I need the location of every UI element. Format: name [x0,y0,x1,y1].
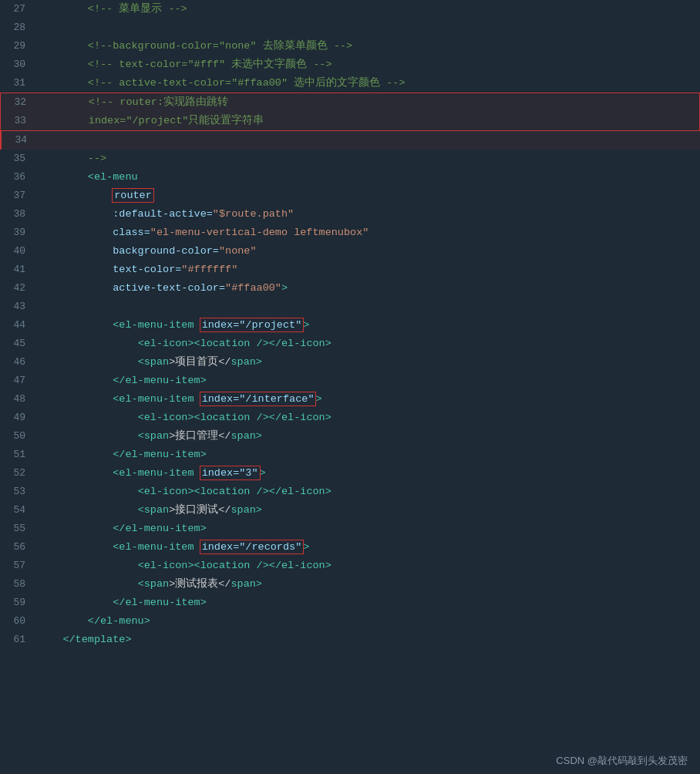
code-line: 50 <span>接口管理</span> [0,427,700,446]
line-number: 54 [0,502,35,519]
highlighted-token: router [113,189,153,202]
line-content: <el-icon><location /></el-icon> [35,335,700,352]
line-content [35,19,700,36]
line-content [36,132,700,149]
line-content: <!-- active-text-color="#ffaa00" 选中后的文字颜… [35,75,700,92]
line-number: 51 [0,446,35,463]
line-number: 61 [0,631,35,648]
code-line: 33 index="/project"只能设置字符串 [0,112,700,131]
line-number: 32 [1,94,35,111]
line-number: 42 [0,280,35,297]
line-number: 58 [0,576,35,593]
line-content: </el-menu-item> [35,372,700,389]
line-number: 57 [0,557,35,574]
line-content: :default-active="$route.path" [35,206,700,223]
code-line: 55 </el-menu-item> [0,520,700,538]
code-line: 59 </el-menu-item> [0,594,700,612]
line-content: </el-menu-item> [35,594,700,611]
line-content: active-text-color="#ffaa00"> [35,280,700,297]
line-content: <el-icon><location /></el-icon> [35,483,700,500]
code-line: 35 --> [0,150,700,168]
code-line: 51 </el-menu-item> [0,446,700,464]
line-number: 40 [0,243,35,260]
line-number: 34 [2,132,36,149]
line-number: 48 [0,391,35,408]
line-number: 56 [0,539,35,556]
line-content: </template> [35,631,700,648]
line-number: 60 [0,613,35,630]
code-line: 48 <el-menu-item index="/interface"> [0,390,700,409]
highlighted-token: index="/records" [200,540,304,554]
line-content: router [35,187,700,204]
highlighted-token: index="/interface" [200,392,316,406]
line-number: 36 [0,169,35,186]
line-number: 31 [0,75,35,92]
code-line: 29 <!--background-color="none" 去除菜单颜色 --… [0,37,700,56]
line-content: --> [35,150,700,167]
code-line: 54 <span>接口测试</span> [0,501,700,520]
code-line: 61 </template> [0,631,700,649]
line-number: 45 [0,335,35,352]
code-line: 42 active-text-color="#ffaa00"> [0,279,700,298]
line-number: 47 [0,372,35,389]
line-content: <!-- 菜单显示 --> [35,1,700,18]
code-line: 37 router [0,187,700,205]
line-number: 43 [0,298,35,315]
code-line: 27 <!-- 菜单显示 --> [0,0,700,19]
line-content: <el-menu-item index="/interface"> [35,391,700,408]
code-line: 58 <span>测试报表</span> [0,575,700,594]
line-number: 50 [0,428,35,445]
code-line: 45 <el-icon><location /></el-icon> [0,335,700,353]
line-number: 27 [0,1,35,18]
line-content: </el-menu-item> [35,520,700,537]
line-content: <el-icon><location /></el-icon> [35,557,700,574]
line-content: </el-menu> [35,613,700,630]
code-line: 34 [0,131,700,150]
line-content: <el-menu [35,169,700,186]
code-line: 60 </el-menu> [0,612,700,631]
highlighted-token: index="3" [200,466,260,480]
line-number: 49 [0,409,35,426]
line-content: class="el-menu-vertical-demo leftmenubox… [35,224,700,241]
line-number: 46 [0,354,35,371]
code-line: 40 background-color="none" [0,242,700,261]
code-line: 56 <el-menu-item index="/records"> [0,538,700,557]
line-number: 29 [0,38,35,55]
line-content: <el-menu-item index="3"> [35,465,700,482]
code-line: 30 <!-- text-color="#fff" 未选中文字颜色 --> [0,56,700,74]
line-number: 53 [0,483,35,500]
code-line: 38 :default-active="$route.path" [0,205,700,224]
code-line: 52 <el-menu-item index="3"> [0,464,700,483]
line-content: <span>接口管理</span> [35,428,700,445]
code-line: 43 [0,298,700,316]
code-line: 32 <!-- router:实现路由跳转 [0,93,700,112]
line-content: <!--background-color="none" 去除菜单颜色 --> [35,38,700,55]
code-line: 44 <el-menu-item index="/project"> [0,316,700,335]
line-content: <span>项目首页</span> [35,354,700,371]
line-content: text-color="#ffffff" [35,261,700,278]
line-content: <span>接口测试</span> [35,502,700,519]
line-content: <span>测试报表</span> [35,576,700,593]
code-line: 46 <span>项目首页</span> [0,353,700,372]
code-line: 53 <el-icon><location /></el-icon> [0,483,700,501]
code-line: 28 [0,19,700,37]
line-number: 30 [0,56,35,73]
line-content: <el-icon><location /></el-icon> [35,409,700,426]
line-content: </el-menu-item> [35,446,700,463]
line-number: 35 [0,150,35,167]
line-number: 52 [0,465,35,482]
line-number: 39 [0,224,35,241]
line-number: 38 [0,206,35,223]
watermark: CSDN @敲代码敲到头发茂密 [556,754,688,768]
code-line: 57 <el-icon><location /></el-icon> [0,557,700,575]
line-content: background-color="none" [35,243,700,260]
line-number: 37 [0,187,35,204]
line-number: 44 [0,317,35,334]
line-content: index="/project"只能设置字符串 [35,113,699,130]
code-line: 49 <el-icon><location /></el-icon> [0,409,700,427]
code-line: 47 </el-menu-item> [0,372,700,390]
line-number: 33 [1,113,35,130]
line-number: 41 [0,261,35,278]
line-content: <el-menu-item index="/records"> [35,539,700,556]
line-content: <!-- router:实现路由跳转 [35,94,699,111]
